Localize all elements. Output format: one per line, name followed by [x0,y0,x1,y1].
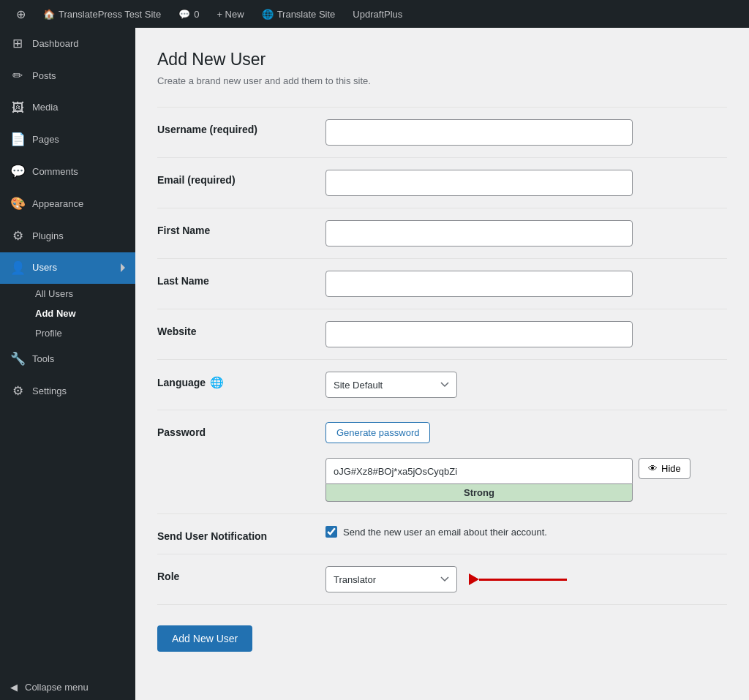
lastname-field [325,271,727,297]
username-input[interactable] [325,119,633,146]
sidebar-item-comments[interactable]: 💬 Comments [0,156,135,188]
sidebar-arrow-icon [121,263,125,272]
notification-checkbox[interactable] [325,526,337,538]
hide-password-button[interactable]: 👁 Hide [639,458,690,479]
site-name-label: TranslatePress Test Site [59,9,161,20]
eye-icon: 👁 [648,463,658,474]
sidebar-item-users[interactable]: 👤 Users [0,252,135,285]
sidebar-item-settings[interactable]: ⚙ Settings [0,375,135,407]
role-select[interactable]: Translator [325,566,457,592]
lastname-label: Last Name [157,271,325,287]
main-content: Add New User Create a brand new user and… [135,28,749,700]
comments-nav-icon: 💬 [10,163,25,181]
firstname-row: First Name [157,208,727,259]
updraft-label: UpdraftPlus [353,9,402,20]
sidebar-item-media[interactable]: 🖼 Media [0,92,135,124]
language-row: Language 🌐 Site Default [157,360,727,410]
media-icon: 🖼 [10,99,25,117]
notification-checkbox-label: Send the new user an email about their a… [343,527,547,538]
password-input-wrap: Strong [325,458,633,502]
sidebar-item-label: Tools [32,353,54,366]
firstname-label: First Name [157,220,325,236]
translate-icon: 🌐 [262,9,274,20]
posts-icon: ✏ [10,67,25,85]
sidebar-item-add-new[interactable]: Add New [0,304,135,323]
sidebar-item-pages[interactable]: 📄 Pages [0,124,135,156]
password-input[interactable] [325,458,633,484]
new-label: + New [217,9,244,20]
sidebar-item-label: Appearance [32,197,83,211]
sidebar-item-posts[interactable]: ✏ Posts [0,60,135,92]
tools-icon: 🔧 [10,350,25,368]
username-label: Username (required) [157,119,325,135]
collapse-menu-button[interactable]: ◀ Collapse menu [0,674,135,700]
settings-icon: ⚙ [10,383,25,400]
users-submenu: All Users Add New Profile [0,284,135,343]
sidebar-item-label: Dashboard [32,37,79,50]
profile-label: Profile [35,328,62,339]
lastname-input[interactable] [325,271,633,297]
generate-password-button[interactable]: Generate password [325,422,430,443]
website-field [325,321,727,347]
password-label: Password [157,422,325,438]
sidebar-item-label: Posts [32,69,56,83]
collapse-icon: ◀ [10,682,18,693]
language-label-text: Language [157,377,206,388]
sidebar-item-label: Users [32,261,57,274]
email-input[interactable] [325,170,633,196]
firstname-field [325,220,727,246]
notification-field: Send the new user an email about their a… [325,526,727,538]
website-label: Website [157,321,325,337]
password-field: Generate password Strong 👁 Hide [325,422,727,502]
translate-button[interactable]: 🌐 Translate Site [255,0,343,28]
email-row: Email (required) [157,158,727,208]
role-field: Translator [325,566,727,592]
username-field [325,119,727,146]
new-button[interactable]: + New [209,0,251,28]
website-row: Website [157,309,727,360]
collapse-label: Collapse menu [25,682,89,693]
email-label: Email (required) [157,170,325,186]
all-users-label: All Users [35,288,73,299]
sidebar-item-label: Plugins [32,230,64,243]
updraft-button[interactable]: UpdraftPlus [345,0,410,28]
pages-icon: 📄 [10,131,25,148]
sidebar-item-tools[interactable]: 🔧 Tools [0,343,135,375]
sidebar-item-appearance[interactable]: 🎨 Appearance [0,188,135,220]
appearance-icon: 🎨 [10,195,25,213]
website-input[interactable] [325,321,633,347]
add-new-user-button[interactable]: Add New User [157,625,252,652]
add-new-label: Add New [35,308,76,319]
comments-count: 0 [194,9,199,20]
dashboard-icon: ⊞ [10,35,25,53]
sidebar-item-profile[interactable]: Profile [0,323,135,343]
home-icon: 🏠 [43,9,55,20]
hide-label: Hide [661,463,681,474]
admin-bar: ⊕ 🏠 TranslatePress Test Site 💬 0 + New 🌐… [0,0,749,28]
sidebar-item-label: Comments [32,165,78,178]
sidebar-item-label: Media [32,101,58,114]
sidebar-item-label: Settings [32,385,67,398]
wp-logo-button[interactable]: ⊕ [9,0,33,28]
email-field [325,170,727,196]
username-row: Username (required) [157,107,727,158]
site-name-button[interactable]: 🏠 TranslatePress Test Site [36,0,168,28]
comments-icon: 💬 [178,9,190,20]
translate-label: Translate Site [277,9,336,20]
firstname-input[interactable] [325,220,633,246]
language-label: Language 🌐 [157,372,325,389]
sidebar-item-all-users[interactable]: All Users [0,284,135,304]
language-select[interactable]: Site Default [325,372,457,398]
role-label: Role [157,566,325,582]
sidebar-item-dashboard[interactable]: ⊞ Dashboard [0,28,135,60]
notification-label: Send User Notification [157,526,325,542]
language-field: Site Default [325,372,727,398]
add-user-form: Username (required) Email (required) Fir… [157,107,727,605]
comments-button[interactable]: 💬 0 [171,0,206,28]
page-title: Add New User [157,50,727,69]
users-icon: 👤 [10,260,25,277]
password-strength-indicator: Strong [325,484,633,502]
page-subtitle: Create a brand new user and add them to … [157,75,727,86]
sidebar-item-plugins[interactable]: ⚙ Plugins [0,220,135,252]
sidebar-item-label: Pages [32,133,59,146]
